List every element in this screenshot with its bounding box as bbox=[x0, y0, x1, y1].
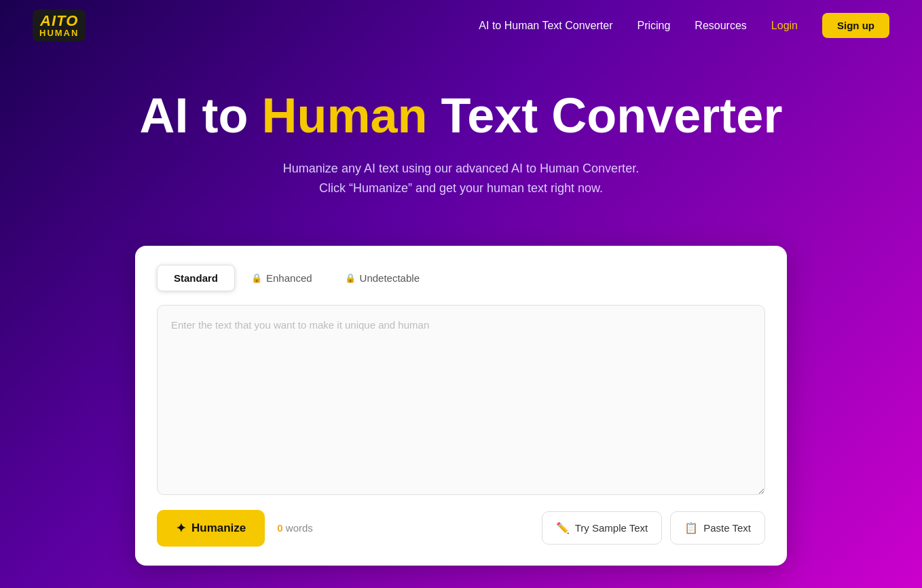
nav-login[interactable]: Login bbox=[771, 20, 798, 32]
bottom-right-group: ✏️ Try Sample Text 📋 Paste Text bbox=[542, 511, 765, 545]
nav-links: AI to Human Text Converter Pricing Resou… bbox=[479, 13, 889, 38]
tab-enhanced-label: Enhanced bbox=[266, 272, 312, 284]
word-count-number: 0 bbox=[277, 522, 282, 534]
bottom-bar: ✦ Humanize 0 words ✏️ Try Sample Text 📋 … bbox=[157, 510, 765, 547]
sparkle-icon: ✦ bbox=[176, 521, 186, 536]
tab-enhanced[interactable]: 🔒 Enhanced bbox=[235, 265, 329, 291]
word-count-display: 0 words bbox=[277, 522, 313, 534]
humanize-button-label: Humanize bbox=[191, 521, 246, 535]
hero-section: AI to Human Text Converter Humanize any … bbox=[0, 51, 922, 225]
nav-link-pricing[interactable]: Pricing bbox=[637, 20, 670, 32]
tabs-container: Standard 🔒 Enhanced 🔒 Undetectable bbox=[157, 265, 765, 291]
try-sample-button[interactable]: ✏️ Try Sample Text bbox=[542, 511, 663, 545]
main-card: Standard 🔒 Enhanced 🔒 Undetectable ✦ Hum… bbox=[135, 246, 787, 566]
hero-title-part2: Text Converter bbox=[428, 88, 783, 143]
nav-link-converter[interactable]: AI to Human Text Converter bbox=[479, 20, 612, 32]
textarea-wrapper bbox=[157, 305, 765, 498]
navbar: AITO HUMAN AI to Human Text Converter Pr… bbox=[0, 0, 922, 51]
hero-subtitle-line1: Humanize any AI text using our advanced … bbox=[283, 162, 639, 175]
humanize-button[interactable]: ✦ Humanize bbox=[157, 510, 265, 547]
hero-subtitle: Humanize any AI text using our advanced … bbox=[14, 159, 908, 198]
logo-human: HUMAN bbox=[39, 29, 79, 37]
logo-aito: AITO bbox=[40, 14, 78, 29]
hero-title-part1: AI to bbox=[140, 88, 262, 143]
tab-standard-label: Standard bbox=[174, 272, 218, 284]
hero-subtitle-line2: Click “Humanize” and get your human text… bbox=[319, 181, 603, 195]
paste-text-label: Paste Text bbox=[703, 522, 751, 534]
tab-undetectable[interactable]: 🔒 Undetectable bbox=[329, 265, 436, 291]
sample-icon: ✏️ bbox=[556, 521, 570, 534]
word-count-suffix: words bbox=[283, 522, 313, 534]
tab-standard[interactable]: Standard bbox=[157, 265, 235, 291]
nav-signup-button[interactable]: Sign up bbox=[822, 13, 889, 38]
paste-icon: 📋 bbox=[684, 521, 698, 534]
nav-link-resources[interactable]: Resources bbox=[695, 20, 746, 32]
paste-text-button[interactable]: 📋 Paste Text bbox=[670, 511, 765, 545]
tab-undetectable-label: Undetectable bbox=[360, 272, 420, 284]
hero-title-highlight: Human bbox=[262, 88, 428, 143]
bottom-left-group: ✦ Humanize 0 words bbox=[157, 510, 313, 547]
lock-icon-enhanced: 🔒 bbox=[251, 273, 262, 283]
logo[interactable]: AITO HUMAN bbox=[33, 10, 86, 41]
lock-icon-undetectable: 🔒 bbox=[345, 273, 356, 283]
main-input-textarea[interactable] bbox=[157, 305, 765, 495]
try-sample-label: Try Sample Text bbox=[575, 522, 648, 534]
hero-title: AI to Human Text Converter bbox=[14, 89, 908, 143]
